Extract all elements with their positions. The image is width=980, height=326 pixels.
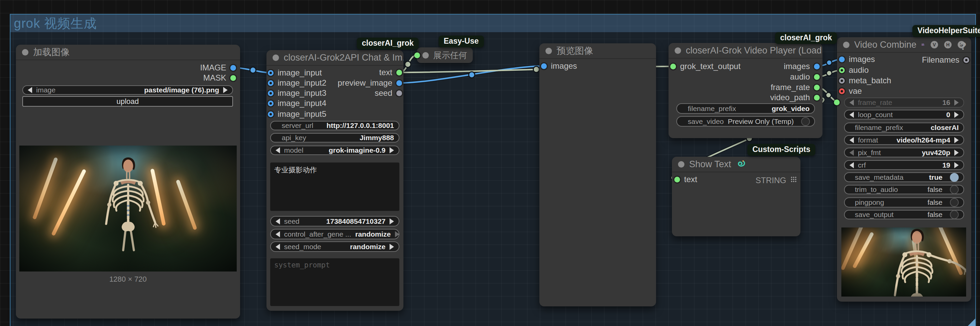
filename-prefix-field[interactable]: filename_prefix grok_video: [676, 103, 815, 114]
filenames-output-port[interactable]: [963, 57, 969, 63]
frame-rate-output-port[interactable]: [814, 85, 820, 90]
preview-image-output-port[interactable]: [396, 80, 402, 86]
images-input-port[interactable]: [839, 56, 845, 62]
node-preview-image-titlebar[interactable]: 预览图像: [539, 43, 656, 59]
meta-batch-input-port[interactable]: [839, 78, 845, 84]
image-input5-port[interactable]: [268, 111, 274, 117]
api-key-field[interactable]: api_key Jimmy888: [270, 133, 399, 142]
node-grok2api-titlebar[interactable]: closerAI-Grok2API Chat & Im...: [266, 50, 403, 66]
output-slot-mask[interactable]: MASK: [203, 75, 230, 81]
output-slot-frame-rate[interactable]: frame_rate: [771, 84, 820, 90]
input-slot-image-input4[interactable]: image_input4: [268, 100, 326, 106]
combo-left-arrow-icon[interactable]: [850, 150, 854, 156]
node-preview-image[interactable]: 预览图像 images: [539, 43, 656, 306]
save-metadata-toggle-row[interactable]: save_metadata true: [844, 172, 964, 182]
combo-right-arrow-icon[interactable]: [954, 112, 959, 118]
vae-input-port[interactable]: [839, 88, 845, 94]
input-slot-audio[interactable]: audio: [839, 67, 869, 73]
pix-fmt-combo[interactable]: pix_fmt yuv420p: [844, 148, 964, 157]
combo-right-arrow-icon[interactable]: [954, 99, 959, 105]
image-file-combo[interactable]: image pasted/image (76).png: [22, 85, 233, 95]
combo-left-arrow-icon[interactable]: [850, 99, 854, 105]
save-video-toggle-row[interactable]: save_video Preview Only (Temp): [676, 116, 815, 126]
collapse-dot[interactable]: [678, 161, 684, 168]
model-combo[interactable]: model grok-imagine-0.9: [270, 145, 399, 155]
combo-right-arrow-icon[interactable]: [954, 137, 959, 143]
combo-left-arrow-icon[interactable]: [28, 87, 32, 93]
loop-count-combo[interactable]: loop_count 0: [844, 110, 964, 120]
combo-right-arrow-icon[interactable]: [395, 231, 399, 237]
save-video-toggle[interactable]: [801, 117, 810, 126]
combo-left-arrow-icon[interactable]: [275, 218, 280, 224]
input-slot-images[interactable]: images: [839, 56, 875, 62]
output-slot-text[interactable]: text: [379, 69, 402, 75]
trim-to-audio-toggle[interactable]: [950, 185, 959, 194]
system-prompt-textarea[interactable]: [270, 258, 399, 306]
show-any-input-port[interactable]: [414, 53, 420, 58]
audio-input-port[interactable]: [839, 67, 845, 73]
node-grok-video-player[interactable]: closerAI-Grok Video Player (Load ... gro…: [668, 43, 822, 138]
node-show-text[interactable]: Show Text text STRING: [672, 157, 800, 236]
prompt-textarea[interactable]: 专业摄影动作: [270, 163, 399, 211]
node-show-any-collapsed[interactable]: 展示任何: [417, 47, 473, 63]
save-metadata-toggle[interactable]: [950, 173, 959, 182]
combo-right-arrow-icon[interactable]: [390, 218, 394, 224]
input-slot-meta-batch[interactable]: meta_batch: [839, 78, 891, 84]
collapse-dot[interactable]: [675, 47, 681, 54]
group-resize-handle[interactable]: [966, 318, 975, 326]
input-slot-image-input[interactable]: image_input: [268, 70, 322, 76]
input-slot-text[interactable]: text: [674, 176, 697, 182]
image-input3-port[interactable]: [268, 90, 274, 96]
server-url-field[interactable]: server_url http://127.0.0.1:8001: [270, 121, 399, 130]
node-grok2api[interactable]: closerAI-Grok2API Chat & Im... image_inp…: [266, 50, 403, 311]
frame-rate-converted-input-port[interactable]: [834, 99, 840, 105]
combo-left-arrow-icon[interactable]: [850, 112, 854, 118]
combo-right-arrow-icon[interactable]: [223, 87, 228, 93]
video-path-output-port[interactable]: [814, 95, 820, 101]
filename-prefix-field[interactable]: filename_prefix closerAI: [844, 123, 964, 133]
grok-text-output-input-port[interactable]: [670, 64, 676, 69]
frame-rate-combo[interactable]: frame_rate 16: [844, 97, 964, 108]
seed-output-port[interactable]: [396, 90, 402, 96]
mask-output-port[interactable]: [230, 75, 236, 81]
pingpong-toggle[interactable]: [950, 198, 959, 207]
seed-mode-combo[interactable]: seed_mode randomize: [270, 241, 399, 252]
text-output-port[interactable]: [396, 70, 402, 75]
output-slot-filenames[interactable]: Filenames: [922, 57, 969, 63]
crf-combo[interactable]: crf 19: [844, 160, 964, 170]
help-icon[interactable]: ?: [960, 40, 966, 53]
image-input2-port[interactable]: [268, 80, 274, 86]
node-load-image-titlebar[interactable]: 加载图像: [16, 45, 240, 60]
combo-left-arrow-icon[interactable]: [275, 231, 280, 237]
combo-left-arrow-icon[interactable]: [850, 162, 854, 168]
input-slot-grok-text-output[interactable]: grok_text_output: [670, 63, 741, 69]
node-load-image[interactable]: 加载图像 IMAGE MASK image pasted/image (76).…: [16, 45, 240, 318]
node-grok-video-player-titlebar[interactable]: closerAI-Grok Video Player (Load ...: [668, 43, 822, 59]
collapse-dot[interactable]: [546, 48, 552, 54]
collapse-dot[interactable]: [422, 52, 429, 59]
combo-right-arrow-icon[interactable]: [954, 150, 959, 156]
pingpong-toggle-row[interactable]: pingpong false: [844, 197, 964, 208]
combo-right-arrow-icon[interactable]: [390, 244, 394, 250]
image-input4-port[interactable]: [268, 101, 274, 106]
node-show-text-titlebar[interactable]: Show Text: [672, 157, 800, 172]
upload-button[interactable]: upload: [22, 96, 233, 107]
input-slot-image-input3[interactable]: image_input3: [268, 90, 326, 96]
save-output-toggle[interactable]: [950, 210, 959, 219]
collapse-dot[interactable]: [272, 54, 279, 61]
input-slot-vae[interactable]: vae: [839, 88, 862, 94]
combo-left-arrow-icon[interactable]: [275, 244, 280, 250]
output-slot-seed[interactable]: seed: [375, 90, 402, 96]
group-title-bar[interactable]: grok 视频生成: [11, 14, 975, 32]
node-video-combine[interactable]: Video Combine V H S ? images Filenames a…: [837, 37, 971, 302]
comfyui-canvas[interactable]: { "group": { "title": "grok 视频生成" }, "ba…: [0, 0, 980, 326]
collapse-dot[interactable]: [843, 42, 850, 48]
combo-left-arrow-icon[interactable]: [850, 137, 854, 143]
output-slot-audio[interactable]: audio: [790, 74, 820, 80]
node-video-combine-titlebar[interactable]: Video Combine V H S: [837, 37, 971, 53]
combo-right-arrow-icon[interactable]: [390, 147, 394, 153]
grid-handle-icon[interactable]: [791, 176, 796, 182]
images-output-port[interactable]: [814, 64, 820, 69]
combo-right-arrow-icon[interactable]: [954, 162, 959, 168]
input-slot-image-input5[interactable]: image_input5: [268, 111, 326, 117]
